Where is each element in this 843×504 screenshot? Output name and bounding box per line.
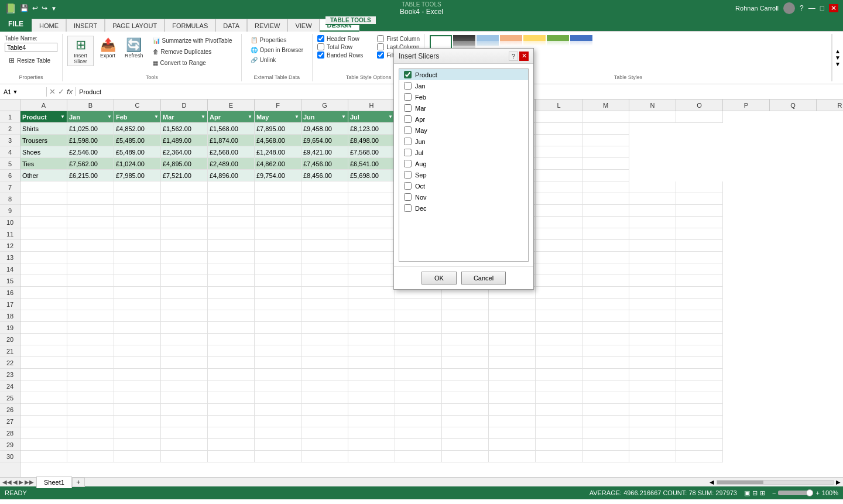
- empty-cell[interactable]: [348, 263, 395, 275]
- table-name-input[interactable]: [5, 43, 57, 52]
- empty-cell[interactable]: [255, 193, 301, 205]
- tab-home[interactable]: HOME: [32, 19, 66, 32]
- empty-cell[interactable]: [676, 181, 723, 193]
- checkbox-first-column-input[interactable]: [377, 35, 384, 42]
- empty-cell[interactable]: [255, 345, 301, 357]
- formula-fx-icon[interactable]: fx: [67, 87, 73, 96]
- empty-cell[interactable]: [582, 451, 629, 462]
- empty-cell[interactable]: [348, 416, 395, 427]
- dialog-close-button[interactable]: ✕: [519, 52, 529, 61]
- empty-cell[interactable]: [395, 404, 442, 416]
- empty-cell[interactable]: [676, 217, 723, 228]
- empty-cell[interactable]: [442, 369, 489, 380]
- empty-cell[interactable]: [301, 322, 348, 334]
- empty-cell[interactable]: [676, 427, 723, 439]
- slicer-item-jul[interactable]: Jul: [399, 147, 528, 158]
- empty-cell[interactable]: [582, 275, 629, 287]
- empty-cell[interactable]: [208, 193, 255, 205]
- empty-cell[interactable]: [629, 439, 676, 451]
- empty-cell[interactable]: [629, 416, 676, 427]
- tab-formulas[interactable]: FORMULAS: [165, 19, 215, 32]
- empty-cell[interactable]: [301, 240, 348, 252]
- empty-cell[interactable]: [20, 380, 67, 392]
- empty-cell[interactable]: [208, 205, 255, 217]
- empty-cell[interactable]: [629, 299, 676, 310]
- empty-cell[interactable]: [20, 299, 67, 310]
- empty-cell[interactable]: [489, 439, 536, 451]
- sheet-nav-first[interactable]: ◀◀: [2, 479, 12, 485]
- checkbox-total-row-input[interactable]: [317, 43, 324, 50]
- empty-cell[interactable]: [67, 322, 114, 334]
- dropdown-arrow-e1[interactable]: ▼: [248, 114, 252, 119]
- empty-cell[interactable]: [255, 275, 301, 287]
- sheet-nav-next[interactable]: ▶: [19, 479, 23, 485]
- tab-data[interactable]: DATA: [215, 19, 247, 32]
- empty-cell[interactable]: [582, 310, 629, 322]
- empty-cell[interactable]: [676, 451, 723, 462]
- empty-cell[interactable]: [208, 299, 255, 310]
- empty-cell[interactable]: [161, 334, 208, 345]
- style-swatch-green-light[interactable]: [547, 35, 569, 50]
- empty-cell[interactable]: [442, 345, 489, 357]
- empty-cell[interactable]: [629, 322, 676, 334]
- empty-cell[interactable]: [348, 334, 395, 345]
- empty-cell[interactable]: [442, 392, 489, 404]
- export-button[interactable]: 📤 Export: [96, 36, 119, 60]
- empty-cell[interactable]: [629, 181, 676, 193]
- empty-cell[interactable]: [255, 369, 301, 380]
- checkbox-banded-rows[interactable]: Banded Rows: [317, 52, 363, 59]
- slicer-list[interactable]: Product Jan Feb Mar Apr May: [399, 68, 529, 262]
- empty-cell[interactable]: [208, 275, 255, 287]
- empty-cell[interactable]: [629, 263, 676, 275]
- empty-cell[interactable]: [536, 310, 582, 322]
- dropdown-arrow-b1[interactable]: ▼: [107, 114, 112, 119]
- slicer-item-aug[interactable]: Aug: [399, 158, 528, 169]
- empty-cell[interactable]: [348, 287, 395, 299]
- empty-cell[interactable]: [255, 416, 301, 427]
- empty-cell[interactable]: [114, 287, 161, 299]
- empty-cell[interactable]: [67, 427, 114, 439]
- empty-cell[interactable]: [208, 345, 255, 357]
- empty-cell[interactable]: [395, 392, 442, 404]
- empty-cell[interactable]: [20, 193, 67, 205]
- slicer-checkbox-dec[interactable]: [404, 204, 412, 212]
- empty-cell[interactable]: [67, 263, 114, 275]
- properties-button[interactable]: 📋 Properties: [246, 35, 307, 45]
- empty-cell[interactable]: [208, 310, 255, 322]
- empty-cell[interactable]: [489, 322, 536, 334]
- cell-d2[interactable]: £1,562.00: [161, 123, 208, 135]
- col-header-d[interactable]: D: [161, 100, 208, 111]
- cell-m3[interactable]: [582, 135, 629, 146]
- cell-g4[interactable]: £9,421.00: [301, 146, 348, 158]
- convert-to-range-button[interactable]: ▦ Convert to Range: [149, 58, 237, 68]
- empty-cell[interactable]: [582, 193, 629, 205]
- empty-cell[interactable]: [20, 357, 67, 369]
- empty-cell[interactable]: [114, 369, 161, 380]
- cell-o1[interactable]: [676, 111, 723, 123]
- empty-cell[interactable]: [582, 240, 629, 252]
- empty-cell[interactable]: [536, 427, 582, 439]
- empty-cell[interactable]: [20, 228, 67, 240]
- empty-cell[interactable]: [208, 217, 255, 228]
- styles-scroll-area[interactable]: ▲ ▼ ▼: [832, 34, 843, 81]
- cell-g5[interactable]: £7,456.00: [301, 158, 348, 170]
- col-header-q[interactable]: Q: [770, 100, 817, 111]
- empty-cell[interactable]: [301, 392, 348, 404]
- empty-cell[interactable]: [395, 310, 442, 322]
- empty-cell[interactable]: [20, 427, 67, 439]
- sheet-nav-prev[interactable]: ◀: [13, 479, 18, 485]
- empty-cell[interactable]: [114, 427, 161, 439]
- cell-b1[interactable]: Jan▼: [67, 111, 114, 123]
- empty-cell[interactable]: [114, 416, 161, 427]
- col-header-r[interactable]: R: [817, 100, 843, 111]
- empty-cell[interactable]: [161, 427, 208, 439]
- empty-cell[interactable]: [67, 404, 114, 416]
- cell-f6[interactable]: £9,754.00: [255, 170, 301, 181]
- dropdown-arrow-a1[interactable]: ▼: [60, 114, 65, 119]
- cell-a3[interactable]: Trousers: [20, 135, 67, 146]
- dropdown-arrow-d1[interactable]: ▼: [201, 114, 205, 119]
- empty-cell[interactable]: [20, 181, 67, 193]
- cell-b3[interactable]: £1,598.00: [67, 135, 114, 146]
- dropdown-arrow-h1[interactable]: ▼: [388, 114, 393, 119]
- empty-cell[interactable]: [489, 392, 536, 404]
